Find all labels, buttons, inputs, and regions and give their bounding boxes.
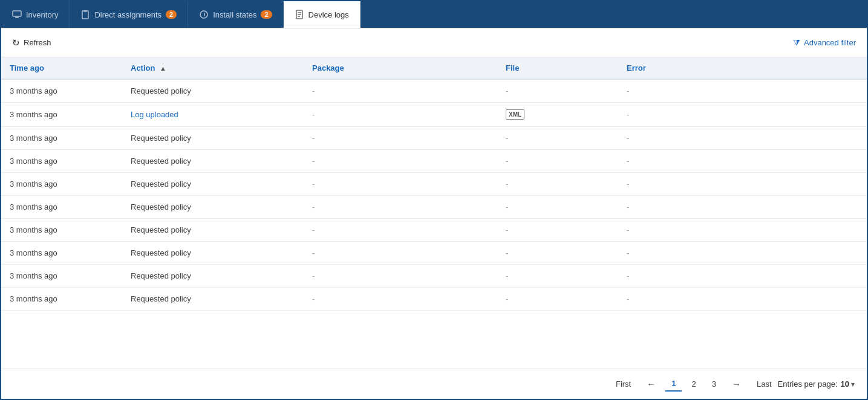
data-table: Time ago Action ▲ Package File Error (1, 57, 867, 311)
first-page-button[interactable]: First (610, 377, 637, 391)
cell-package-3: - (304, 150, 497, 173)
svg-rect-3 (82, 11, 88, 19)
cell-package-2: - (304, 127, 497, 150)
entries-per-page-label: Entries per page: (778, 379, 838, 389)
cell-file-8: - (497, 265, 618, 288)
cell-action-6: Requested policy (122, 219, 304, 242)
dash-icon: - (506, 134, 508, 143)
page-3-button[interactable]: 3 (706, 377, 722, 391)
cell-file-1[interactable]: XML (497, 103, 618, 127)
dash-icon: - (506, 202, 508, 211)
dash-icon: - (627, 225, 629, 234)
cell-package-0: - (304, 79, 497, 103)
svg-rect-4 (83, 10, 87, 12)
dash-icon: - (312, 86, 315, 95)
entries-count: 10 (841, 379, 849, 389)
file-text-icon (295, 10, 304, 19)
last-page-button[interactable]: Last (751, 377, 778, 391)
cell-time-0: 3 months ago (1, 79, 122, 103)
cell-action-1[interactable]: Log uploaded (122, 103, 304, 127)
page-controls: First ← 1 2 3 → Last (610, 376, 778, 392)
table-row: 3 months agoRequested policy--- (1, 265, 867, 288)
dash-icon: - (506, 294, 508, 303)
dash-icon: - (312, 179, 315, 189)
dash-icon: - (506, 271, 508, 280)
cell-file-2: - (497, 127, 618, 150)
xml-file-icon[interactable]: XML (506, 109, 524, 120)
entries-select[interactable]: 10 ▾ (841, 379, 855, 389)
dash-icon: - (627, 134, 629, 143)
table-row: 3 months agoRequested policy--- (1, 288, 867, 311)
direct-assignments-badge: 2 (166, 10, 177, 19)
refresh-button[interactable]: ↻ Refresh (12, 37, 51, 48)
install-states-badge: 2 (261, 10, 272, 19)
dash-icon: - (312, 110, 315, 119)
filter-icon: ⧩ (793, 37, 800, 48)
pagination: First ← 1 2 3 → Last Entries per page: 1… (1, 369, 867, 399)
table-row: 3 months agoRequested policy--- (1, 79, 867, 103)
table-header-row: Time ago Action ▲ Package File Error (1, 57, 867, 79)
table-row: 3 months agoRequested policy--- (1, 219, 867, 242)
cell-action-8: Requested policy (122, 265, 304, 288)
tab-inventory[interactable]: Inventory (1, 1, 70, 28)
cell-error-1: - (618, 103, 867, 127)
prev-page-button[interactable]: ← (641, 376, 662, 392)
advanced-filter-label: Advanced filter (804, 38, 856, 47)
cell-file-3: - (497, 150, 618, 173)
advanced-filter-button[interactable]: ⧩ Advanced filter (793, 37, 856, 48)
cell-error-8: - (618, 265, 867, 288)
dash-icon: - (627, 202, 629, 211)
table-row: 3 months agoRequested policy--- (1, 173, 867, 196)
cell-action-4: Requested policy (122, 173, 304, 196)
dash-icon: - (627, 179, 629, 189)
cell-file-4: - (497, 173, 618, 196)
cell-error-9: - (618, 288, 867, 311)
table-row: 3 months agoRequested policy--- (1, 196, 867, 219)
dash-icon: - (312, 202, 315, 211)
cell-error-7: - (618, 242, 867, 265)
cell-file-9: - (497, 288, 618, 311)
cell-action-0: Requested policy (122, 79, 304, 103)
app-container: Inventory Direct assignments 2 Install s… (0, 0, 868, 400)
tab-direct-assignments-label: Direct assignments (94, 10, 162, 19)
circle-arrow-icon (199, 10, 209, 19)
toolbar: ↻ Refresh ⧩ Advanced filter (1, 28, 867, 57)
dash-icon: - (312, 156, 315, 166)
sort-icon-action: ▲ (160, 65, 166, 72)
cell-time-9: 3 months ago (1, 288, 122, 311)
chevron-down-icon: ▾ (851, 380, 855, 389)
cell-package-8: - (304, 265, 497, 288)
tab-install-states[interactable]: Install states 2 (188, 1, 283, 28)
col-header-error: Error (618, 57, 867, 79)
cell-package-7: - (304, 242, 497, 265)
tab-direct-assignments[interactable]: Direct assignments 2 (70, 1, 188, 28)
page-1-button[interactable]: 1 (665, 376, 682, 392)
next-page-button[interactable]: → (726, 376, 747, 392)
dash-icon: - (506, 248, 508, 257)
tab-bar: Inventory Direct assignments 2 Install s… (1, 1, 867, 28)
col-header-time-ago[interactable]: Time ago (1, 57, 122, 79)
table-container: Time ago Action ▲ Package File Error (1, 57, 867, 369)
cell-time-8: 3 months ago (1, 265, 122, 288)
refresh-label: Refresh (24, 38, 51, 47)
dash-icon: - (506, 179, 508, 189)
tab-device-logs[interactable]: Device logs (284, 1, 361, 28)
table-row: 3 months agoLog uploaded-XML- (1, 103, 867, 127)
cell-package-5: - (304, 196, 497, 219)
dash-icon: - (506, 156, 508, 166)
cell-error-5: - (618, 196, 867, 219)
cell-file-7: - (497, 242, 618, 265)
svg-rect-0 (13, 11, 21, 16)
cell-time-4: 3 months ago (1, 173, 122, 196)
monitor-icon (12, 10, 22, 19)
table-row: 3 months agoRequested policy--- (1, 150, 867, 173)
clipboard-icon (80, 10, 90, 19)
cell-action-5: Requested policy (122, 196, 304, 219)
cell-error-3: - (618, 150, 867, 173)
page-2-button[interactable]: 2 (685, 377, 702, 391)
entries-per-page[interactable]: Entries per page: 10 ▾ (778, 379, 855, 389)
dash-icon: - (627, 248, 629, 257)
col-header-action[interactable]: Action ▲ (122, 57, 304, 79)
cell-time-2: 3 months ago (1, 127, 122, 150)
cell-time-1: 3 months ago (1, 103, 122, 127)
